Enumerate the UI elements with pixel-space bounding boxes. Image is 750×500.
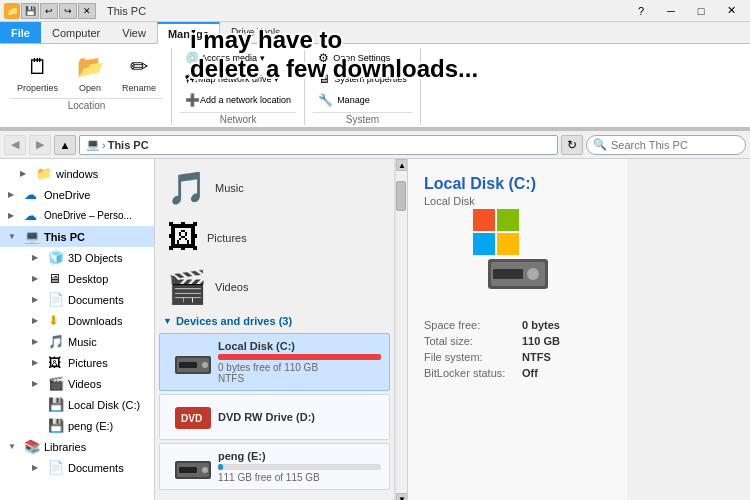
rename-label: Rename xyxy=(122,83,156,93)
system-buttons: ⚙ Open Settings 🖥 System properties 🔧 Ma… xyxy=(313,48,412,110)
properties-icon: 🗒 xyxy=(22,51,54,83)
redo-btn[interactable]: ↪ xyxy=(59,3,77,19)
map-network-btn[interactable]: 🗺 Map network drive ▾ xyxy=(180,69,296,89)
svg-point-8 xyxy=(202,467,208,473)
scroll-track[interactable] xyxy=(396,171,407,493)
svg-rect-11 xyxy=(497,209,519,231)
svg-rect-3 xyxy=(179,362,197,368)
location-buttons: 🗒 Properties 📂 Open ✏ Rename xyxy=(10,48,163,96)
rename-btn[interactable]: ✏ Rename xyxy=(115,48,163,96)
tab-drive-tools[interactable]: Drive Tools xyxy=(220,22,291,43)
open-settings-btn[interactable]: ⚙ Open Settings xyxy=(313,48,412,68)
sidebar-item-local-disk-c[interactable]: 💾 Local Disk (C:) xyxy=(0,394,154,415)
access-media-icon: 💿 xyxy=(185,51,200,65)
sidebar-item-documents[interactable]: ▶ 📄 Documents xyxy=(0,289,154,310)
folder-videos[interactable]: 🎬 Videos xyxy=(159,262,390,312)
sidebar-item-windows[interactable]: ▶ 📁 windows xyxy=(0,163,154,184)
folder-music[interactable]: 🎵 Music xyxy=(159,163,390,213)
up-btn[interactable]: ▲ xyxy=(54,135,76,155)
path-sep: › xyxy=(102,139,106,151)
delete-btn[interactable]: ✕ xyxy=(78,3,96,19)
save-btn[interactable]: 💾 xyxy=(21,3,39,19)
add-network-btn[interactable]: ➕ Add a network location xyxy=(180,90,296,110)
add-network-label: Add a network location xyxy=(200,95,291,105)
detail-fs-value: NTFS xyxy=(522,351,551,363)
forward-btn[interactable]: ▶ xyxy=(29,135,51,155)
detail-title: Local Disk (C:) xyxy=(424,175,611,193)
system-props-label: System properties xyxy=(334,74,407,84)
map-network-icon: 🗺 xyxy=(185,72,197,86)
detail-row-bitlocker: BitLocker status: Off xyxy=(424,367,611,379)
close-btn[interactable]: ✕ xyxy=(716,0,746,22)
drive-e[interactable]: peng (E:) 111 GB free of 115 GB xyxy=(159,443,390,490)
pictures-folder-icon: 🖼 xyxy=(167,219,199,256)
devices-header-label: Devices and drives (3) xyxy=(176,315,292,327)
properties-btn[interactable]: 🗒 Properties xyxy=(10,48,65,96)
app-icon: 📁 xyxy=(4,3,20,19)
sidebar-item-peng-e[interactable]: 💾 peng (E:) xyxy=(0,415,154,436)
devices-collapse-arrow: ▼ xyxy=(163,316,172,326)
undo-btn[interactable]: ↩ xyxy=(40,3,58,19)
sidebar-item-downloads[interactable]: ▶ ⬇ Downloads xyxy=(0,310,154,331)
settings-label: Open Settings xyxy=(333,53,390,63)
system-props-btn[interactable]: 🖥 System properties xyxy=(313,69,412,89)
open-label: Open xyxy=(79,83,101,93)
sidebar-item-libraries[interactable]: ▼ 📚 Libraries xyxy=(0,436,154,457)
sidebar-item-this-pc[interactable]: ▼ 💻 This PC xyxy=(0,226,154,247)
folder-music-name: Music xyxy=(215,182,244,194)
file-list-scrollbar[interactable]: ▲ ▼ xyxy=(395,159,407,500)
address-path[interactable]: 💻 › This PC xyxy=(79,135,558,155)
drive-e-bar-container xyxy=(218,464,381,470)
scroll-thumb[interactable] xyxy=(396,181,406,211)
drive-d-name: DVD RW Drive (D:) xyxy=(218,411,381,423)
sidebar-item-pictures[interactable]: ▶ 🖼 Pictures xyxy=(0,352,154,373)
maximize-btn[interactable]: □ xyxy=(686,0,716,22)
refresh-btn[interactable]: ↻ xyxy=(561,135,583,155)
devices-header[interactable]: ▼ Devices and drives (3) xyxy=(159,312,390,330)
search-input[interactable] xyxy=(611,139,749,151)
drive-d-icon: DVD xyxy=(173,401,213,433)
sidebar-item-desktop[interactable]: ▶ 🖥 Desktop xyxy=(0,268,154,289)
search-box[interactable]: 🔍 xyxy=(586,135,746,155)
tab-file[interactable]: File xyxy=(0,22,41,43)
sidebar-item-videos[interactable]: ▶ 🎬 Videos xyxy=(0,373,154,394)
detail-row-fs: File system: NTFS xyxy=(424,351,611,363)
help-btn[interactable]: ? xyxy=(626,0,656,22)
drive-e-info: peng (E:) 111 GB free of 115 GB xyxy=(218,450,381,483)
detail-bitlocker-label: BitLocker status: xyxy=(424,367,514,379)
open-btn[interactable]: 📂 Open xyxy=(67,48,113,96)
access-media-btn[interactable]: 💿 Access media ▾ xyxy=(180,48,296,68)
detail-row-total-size: Total size: 110 GB xyxy=(424,335,611,347)
path-this-pc[interactable]: This PC xyxy=(108,139,149,151)
network-buttons: 💿 Access media ▾ 🗺 Map network drive ▾ ➕… xyxy=(180,48,296,110)
sidebar-item-onedrive-personal[interactable]: ▶ ☁ OneDrive – Perso... xyxy=(0,205,154,226)
sidebar-item-3d-objects[interactable]: ▶ 🧊 3D Objects xyxy=(0,247,154,268)
sidebar-item-onedrive[interactable]: ▶ ☁ OneDrive xyxy=(0,184,154,205)
detail-subtitle: Local Disk xyxy=(424,195,611,207)
drive-e-bar xyxy=(218,464,223,470)
svg-rect-12 xyxy=(473,233,495,255)
ribbon-tab-bar: File Computer View Manage Drive Tools xyxy=(0,22,750,44)
folder-pictures[interactable]: 🖼 Pictures xyxy=(159,213,390,262)
sidebar-item-music[interactable]: ▶ 🎵 Music xyxy=(0,331,154,352)
settings-icon: ⚙ xyxy=(318,51,329,65)
window-controls: ? ─ □ ✕ xyxy=(626,0,746,22)
system-props-icon: 🖥 xyxy=(318,72,330,86)
drive-c[interactable]: Local Disk (C:) 0 bytes free of 110 GB N… xyxy=(159,333,390,391)
tab-computer[interactable]: Computer xyxy=(41,22,111,43)
music-folder-icon: 🎵 xyxy=(167,169,207,207)
windows-logo xyxy=(473,209,523,259)
drive-d[interactable]: DVD DVD RW Drive (D:) xyxy=(159,394,390,440)
tab-view[interactable]: View xyxy=(111,22,157,43)
sidebar-item-documents-lib[interactable]: ▶ 📄 Documents xyxy=(0,457,154,478)
ribbon-group-network: 💿 Access media ▾ 🗺 Map network drive ▾ ➕… xyxy=(172,48,305,125)
path-icon: 💻 xyxy=(86,138,100,151)
back-btn[interactable]: ◀ xyxy=(4,135,26,155)
minimize-btn[interactable]: ─ xyxy=(656,0,686,22)
manage-btn[interactable]: 🔧 Manage xyxy=(313,90,412,110)
drive-e-name: peng (E:) xyxy=(218,450,381,462)
svg-point-16 xyxy=(527,268,539,280)
address-bar: ◀ ▶ ▲ 💻 › This PC ↻ 🔍 xyxy=(0,131,750,159)
svg-point-2 xyxy=(202,362,208,368)
tab-manage[interactable]: Manage xyxy=(157,22,220,44)
